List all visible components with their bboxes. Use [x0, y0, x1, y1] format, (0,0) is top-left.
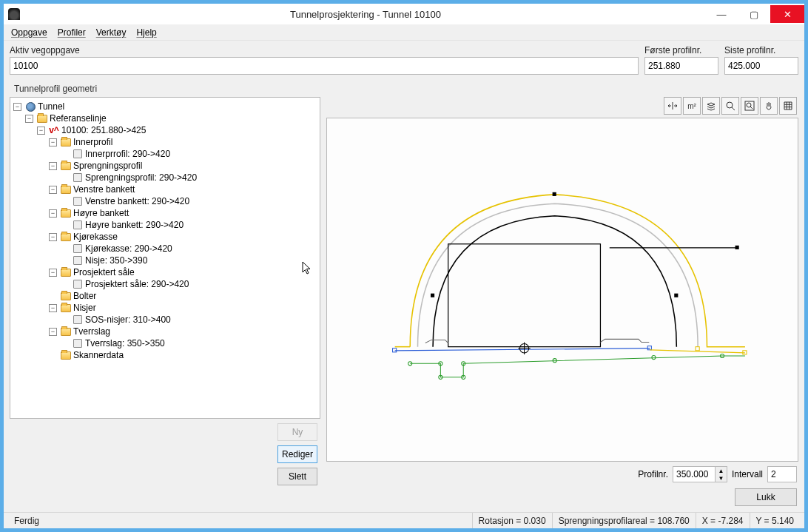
- layers-button[interactable]: [702, 97, 720, 115]
- collapse-icon[interactable]: −: [49, 209, 57, 218]
- minimize-button[interactable]: —: [705, 5, 738, 23]
- tree-sale-folder[interactable]: − Prosjektert såle: [49, 266, 317, 278]
- tunnel-drawing: [327, 118, 798, 461]
- tree-label: SOS-nisjer: 310->400: [85, 314, 171, 326]
- fit-width-button[interactable]: [664, 97, 681, 115]
- tree-root[interactable]: − Tunnel: [13, 101, 317, 112]
- folder-icon: [36, 113, 48, 124]
- spacer: [61, 221, 69, 229]
- tree-label: Kjørekasse: [73, 231, 118, 243]
- tree-skannerdata[interactable]: Skannerdata: [49, 349, 317, 361]
- aktiv-label: Aktiv vegoppgave: [10, 45, 639, 55]
- spacer: [61, 280, 69, 289]
- close-button[interactable]: ✕: [770, 5, 804, 23]
- collapse-icon[interactable]: −: [49, 233, 57, 241]
- collapse-icon[interactable]: −: [25, 115, 33, 123]
- collapse-icon[interactable]: −: [49, 304, 57, 312]
- tree-spreng-item[interactable]: Sprengningsprofil: 290->420: [61, 172, 317, 183]
- item-icon: [72, 314, 84, 325]
- siste-input[interactable]: [724, 57, 798, 75]
- intervall-input[interactable]: [767, 466, 797, 482]
- spacer: [61, 316, 69, 324]
- pan-button[interactable]: [760, 97, 778, 115]
- aktiv-input[interactable]: [10, 57, 639, 75]
- profile-icon: [72, 149, 84, 159]
- item-icon: [72, 279, 84, 289]
- tree-innerprofil-item[interactable]: Innerprrofil: 290->420: [61, 148, 317, 160]
- titlebar: Tunnelprosjektering - Tunnel 10100 — ▢ ✕: [4, 4, 804, 24]
- area-button[interactable]: m²: [683, 97, 701, 115]
- tree-kjorekasse-item[interactable]: Kjørekasse: 290->420: [61, 243, 317, 255]
- tree-hoyre-item[interactable]: Høyre bankett: 290->420: [61, 219, 317, 231]
- tree-label: Høyre bankett: [73, 207, 129, 219]
- drawing-canvas[interactable]: [326, 118, 798, 462]
- ny-button[interactable]: Ny: [277, 423, 317, 441]
- lukk-button[interactable]: Lukk: [735, 488, 797, 506]
- spin-down-icon[interactable]: ▼: [716, 474, 727, 482]
- statusbar: Ferdig Rotasjon = 0.030 Sprengningsprofi…: [4, 512, 804, 528]
- menu-hjelp[interactable]: Hjelp: [136, 27, 156, 38]
- tree-label: Innerprofil: [73, 136, 112, 148]
- menu-verktoy[interactable]: Verktøy: [96, 27, 127, 38]
- tree-spreng-folder[interactable]: − Sprengningsprofil: [49, 160, 317, 172]
- profilnr-spinner[interactable]: ▲ ▼: [673, 466, 727, 482]
- menu-oppgave[interactable]: Oppgave: [11, 27, 47, 38]
- zoom-button[interactable]: [721, 97, 739, 115]
- tree-bolter[interactable]: Bolter: [49, 290, 317, 302]
- item-icon: [72, 338, 84, 349]
- field-siste: Siste profilnr.: [724, 45, 798, 75]
- folder-icon: [60, 291, 72, 301]
- canvas-toolbar: m²: [326, 97, 798, 118]
- grid-button[interactable]: [779, 97, 797, 115]
- tree-label: Venstre bankett: 290->420: [85, 195, 189, 207]
- tree-hoyre-folder[interactable]: − Høyre bankett: [49, 207, 317, 219]
- profilnr-input[interactable]: [673, 467, 715, 482]
- tree-buttons: Ny Rediger Slett: [10, 419, 320, 485]
- spacer: [61, 257, 69, 265]
- tree-nisjer-folder[interactable]: − Nisjer: [49, 302, 317, 314]
- collapse-icon[interactable]: −: [49, 269, 57, 277]
- folder-icon: [60, 267, 72, 277]
- tree-label: Sprengningsprofil: 290->420: [85, 172, 197, 183]
- folder-icon: [60, 326, 72, 337]
- collapse-icon[interactable]: −: [49, 328, 57, 336]
- section-subtitle: Tunnelprofil geometri: [14, 84, 798, 94]
- item-icon: [72, 243, 84, 254]
- folder-icon: [60, 184, 72, 195]
- rediger-button[interactable]: Rediger: [277, 445, 317, 463]
- spacer: [61, 198, 69, 206]
- tree-kjorekasse-folder[interactable]: − Kjørekasse: [49, 231, 317, 243]
- tree-label: Nisje: 350->390: [85, 255, 147, 266]
- forste-input[interactable]: [644, 57, 718, 75]
- tree-sale-item[interactable]: Prosjektert såle: 290->420: [61, 278, 317, 290]
- zoom-extents-button[interactable]: [741, 97, 758, 115]
- tree-label: Referanselinje: [50, 112, 107, 124]
- tree-tverrslag-folder[interactable]: − Tverrslag: [49, 326, 317, 337]
- tree-tverrslag-item[interactable]: Tverrslag: 350->350: [61, 337, 317, 349]
- collapse-icon[interactable]: −: [49, 138, 57, 147]
- spacer: [61, 150, 69, 158]
- collapse-icon[interactable]: −: [49, 186, 57, 194]
- status-ready: Ferdig: [8, 513, 472, 528]
- tree-label: Prosjektert såle: [73, 266, 135, 278]
- siste-label: Siste profilnr.: [724, 45, 798, 55]
- slett-button[interactable]: Slett: [277, 468, 317, 485]
- tree-panel[interactable]: − Tunnel − Referanselinje: [10, 97, 320, 419]
- tree-venstre-item[interactable]: Venstre bankett: 290->420: [61, 195, 317, 207]
- forste-label: Første profilnr.: [644, 45, 718, 55]
- tree-innerprofil-folder[interactable]: − Innerprofil: [49, 136, 317, 148]
- collapse-icon[interactable]: −: [49, 162, 57, 170]
- spin-up-icon[interactable]: ▲: [716, 467, 727, 474]
- collapse-icon[interactable]: −: [37, 127, 45, 135]
- maximize-button[interactable]: ▢: [738, 5, 770, 23]
- tree-sos-item[interactable]: SOS-nisjer: 310->400: [61, 314, 317, 326]
- tree-line[interactable]: − v^ 10100: 251.880->425: [37, 124, 317, 136]
- collapse-icon[interactable]: −: [13, 103, 21, 111]
- status-x: X = -7.284: [696, 513, 750, 528]
- tree-referanselinje[interactable]: − Referanselinje: [25, 112, 317, 124]
- tree-nisje-item[interactable]: Nisje: 350->390: [61, 255, 317, 266]
- tree-venstre-folder[interactable]: − Venstre bankett: [49, 183, 317, 195]
- tree-label: Bolter: [73, 290, 96, 302]
- status-areal: Sprengningsprofilareal = 108.760: [552, 513, 696, 528]
- menu-profiler[interactable]: Profiler: [58, 27, 86, 38]
